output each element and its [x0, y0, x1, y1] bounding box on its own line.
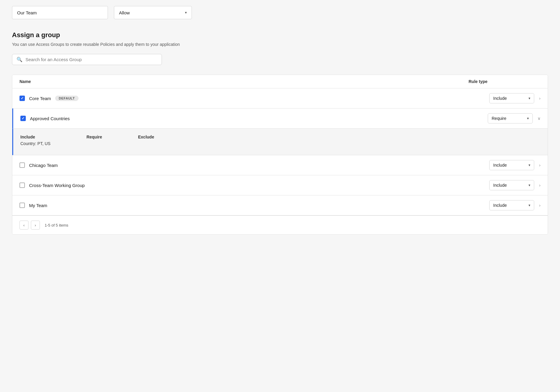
row-right-core-team: Include ▾ ›	[489, 93, 541, 103]
my-team-rule-select[interactable]: Include ▾	[489, 200, 534, 210]
team-input[interactable]: Our Team	[12, 6, 108, 19]
core-team-badge: DEFAULT	[55, 96, 78, 101]
team-input-value: Our Team	[17, 10, 37, 15]
core-team-rule-select[interactable]: Include ▾	[489, 93, 534, 103]
include-col: Include Country: PT, US	[20, 135, 50, 146]
row-left-chicago-team: Chicago Team	[19, 162, 489, 168]
allow-select[interactable]: Allow ▾	[114, 6, 192, 19]
section-title: Assign a group	[12, 31, 548, 39]
my-team-rule-chevron-icon: ▾	[529, 203, 530, 207]
core-team-name: Core Team	[29, 96, 51, 101]
allow-select-value: Allow	[119, 10, 130, 15]
table-row[interactable]: Cross-Team Working Group Include ▾ ›	[12, 175, 548, 195]
search-input[interactable]	[25, 57, 157, 62]
require-col-header: Require	[86, 135, 102, 139]
approved-countries-rule-select[interactable]: Require ▾	[488, 113, 533, 123]
chicago-team-rule-select[interactable]: Include ▾	[489, 160, 534, 170]
core-team-rule-chevron-icon: ▾	[529, 96, 530, 100]
table-row[interactable]: Core Team DEFAULT Include ▾ ›	[12, 88, 548, 108]
row-left-core-team: Core Team DEFAULT	[19, 96, 489, 101]
cross-team-expand-icon[interactable]: ›	[539, 183, 541, 188]
cross-team-rule-chevron-icon: ▾	[529, 183, 530, 187]
include-col-header: Include	[20, 135, 50, 139]
require-col: Require	[86, 135, 102, 146]
approved-countries-expand-icon[interactable]: ∨	[538, 116, 541, 121]
prev-page-button[interactable]: ‹	[19, 221, 28, 230]
approved-countries-expanded-content: Include Country: PT, US Require Exclude	[12, 129, 548, 155]
row-right-chicago-team: Include ▾ ›	[489, 160, 541, 170]
expand-cols: Include Country: PT, US Require Exclude	[20, 135, 154, 146]
approved-countries-rule-value: Require	[492, 116, 506, 121]
my-team-checkbox[interactable]	[19, 203, 25, 208]
access-groups-table: Name Rule type Core Team DEFAULT Include…	[12, 75, 548, 235]
pagination: ‹ › 1-5 of 5 items	[12, 215, 548, 234]
approved-countries-rule-chevron-icon: ▾	[527, 116, 529, 120]
next-page-button[interactable]: ›	[31, 221, 40, 230]
chicago-team-checkbox[interactable]	[19, 162, 25, 168]
table-row[interactable]: Chicago Team Include ▾ ›	[12, 155, 548, 175]
table-row[interactable]: Approved Countries Require ▾ ∨	[12, 108, 548, 129]
exclude-col-header: Exclude	[138, 135, 154, 139]
cross-team-checkbox[interactable]	[19, 183, 25, 188]
row-left-my-team: My Team	[19, 203, 489, 208]
row-left-approved-countries: Approved Countries	[20, 116, 488, 121]
chicago-team-rule-value: Include	[493, 163, 507, 168]
cross-team-name: Cross-Team Working Group	[29, 183, 85, 188]
column-name-header: Name	[19, 79, 469, 84]
search-container[interactable]: 🔍	[12, 54, 162, 65]
chicago-team-rule-chevron-icon: ▾	[529, 163, 530, 167]
core-team-checkbox[interactable]	[19, 96, 25, 101]
exclude-col: Exclude	[138, 135, 154, 146]
assign-group-section: Assign a group You can use Access Groups…	[12, 31, 548, 235]
allow-select-chevron-icon: ▾	[185, 10, 187, 15]
approved-countries-name: Approved Countries	[30, 116, 70, 121]
chicago-team-name: Chicago Team	[29, 163, 58, 168]
page-info: 1-5 of 5 items	[45, 223, 68, 227]
core-team-rule-value: Include	[493, 96, 507, 101]
my-team-name: My Team	[29, 203, 47, 208]
column-rule-header: Rule type	[469, 79, 529, 84]
table-header: Name Rule type	[12, 75, 548, 88]
table-row[interactable]: My Team Include ▾ ›	[12, 195, 548, 215]
chicago-team-expand-icon[interactable]: ›	[539, 163, 541, 168]
cross-team-rule-value: Include	[493, 183, 507, 188]
my-team-rule-value: Include	[493, 203, 507, 208]
search-icon: 🔍	[16, 57, 22, 62]
row-right-cross-team: Include ▾ ›	[489, 180, 541, 190]
core-team-expand-icon[interactable]: ›	[539, 96, 541, 101]
cross-team-rule-select[interactable]: Include ▾	[489, 180, 534, 190]
include-col-value: Country: PT, US	[20, 141, 50, 146]
section-description: You can use Access Groups to create reus…	[12, 42, 548, 47]
row-left-cross-team: Cross-Team Working Group	[19, 183, 489, 188]
approved-countries-checkbox[interactable]	[20, 116, 26, 121]
my-team-expand-icon[interactable]: ›	[539, 203, 541, 208]
row-right-approved-countries: Require ▾ ∨	[488, 113, 541, 123]
row-right-my-team: Include ▾ ›	[489, 200, 541, 210]
